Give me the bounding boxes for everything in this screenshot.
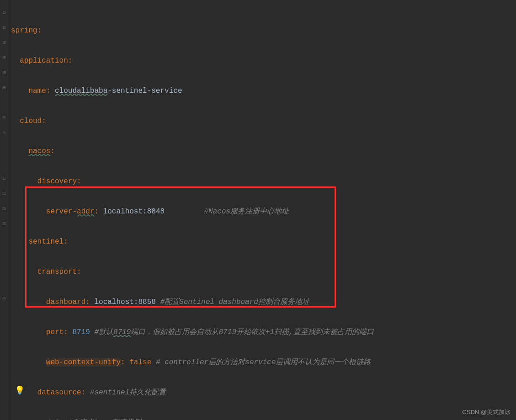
code-line[interactable]: port: 8719 #默认8719端口，假如被占用会自动从8719开始依次+1… <box>11 325 374 340</box>
yaml-key: spring <box>11 27 37 35</box>
fold-icon[interactable]: ⊟ <box>1 54 7 61</box>
fold-icon[interactable]: ⊟ <box>1 69 7 76</box>
yaml-value: localhost:8858 <box>94 298 155 306</box>
code-line[interactable]: spring: <box>11 23 374 38</box>
yaml-value: localhost:8848 <box>103 207 165 216</box>
code-line[interactable]: server-addr: localhost:8848 #Nacos服务注册中心… <box>11 204 374 219</box>
yaml-value: false <box>129 358 151 367</box>
yaml-value: -sentinel-service <box>107 87 182 95</box>
fold-icon[interactable]: ⊟ <box>1 24 7 31</box>
yaml-key: server- <box>46 207 77 216</box>
fold-icon[interactable]: ⊟ <box>1 130 7 136</box>
yaml-value: 8719 <box>72 328 90 336</box>
watermark: CSDN @美式加冰 <box>462 408 511 416</box>
yaml-key: transport <box>37 268 77 276</box>
yaml-comment: # controller层的方法对service层调用不认为是同一个根链路 <box>156 358 371 367</box>
code-line[interactable]: cloud: <box>11 114 374 129</box>
fold-icon[interactable]: ⊟ <box>1 115 7 121</box>
yaml-key: dashboard <box>46 298 85 306</box>
code-line[interactable]: web-context-unify: false # controller层的方… <box>11 355 374 370</box>
yaml-key: addr <box>77 207 94 216</box>
gutter: ⊟ ⊟ ⊟ ⊟ ⊟ ⊟ ⊟ ⊟ ⊟ ⊟ ⊟ ⊟ ⊟ <box>0 0 9 420</box>
yaml-comment: #默认 <box>94 328 113 336</box>
fold-icon[interactable]: ⊟ <box>1 39 7 46</box>
yaml-comment: #sentinel持久化配置 <box>90 388 166 397</box>
yaml-key: web-context-unify <box>46 358 121 367</box>
yaml-key: port <box>46 328 64 336</box>
yaml-key: nacos <box>28 147 50 155</box>
code-line[interactable]: transport: <box>11 265 374 280</box>
fold-icon[interactable]: ⊟ <box>1 175 7 181</box>
code-line[interactable]: name: cloudalibaba-sentinel-service <box>11 84 374 99</box>
fold-icon[interactable]: ⊟ <box>1 205 7 212</box>
code-line[interactable]: ds1: #自定义key 限流类型 <box>11 415 374 420</box>
yaml-key: cloud <box>20 117 42 125</box>
yaml-key: name <box>28 87 46 95</box>
yaml-key: application <box>20 57 68 65</box>
fold-icon[interactable]: ⊟ <box>1 220 7 227</box>
code-line[interactable]: sentinel: <box>11 234 374 250</box>
code-line[interactable]: discovery: <box>11 174 374 189</box>
yaml-comment: #配置Sentinel dashboard控制台服务地址 <box>160 298 309 306</box>
yaml-key: sentinel <box>28 238 64 246</box>
code-editor[interactable]: ⊟ ⊟ ⊟ ⊟ ⊟ ⊟ ⊟ ⊟ ⊟ ⊟ ⊟ ⊟ ⊟ spring: applic… <box>0 0 516 420</box>
lightbulb-icon[interactable]: 💡 <box>15 385 25 395</box>
fold-icon[interactable]: ⊟ <box>1 190 7 197</box>
code-line[interactable]: dashboard: localhost:8858 #配置Sentinel da… <box>11 295 374 310</box>
yaml-comment: 端口，假如被占用会自动从8719开始依次+1扫描,直至找到未被占用的端口 <box>131 328 373 336</box>
code-area[interactable]: spring: application: name: cloudalibaba-… <box>9 0 374 420</box>
fold-icon[interactable]: ⊟ <box>1 9 7 16</box>
yaml-key: discovery <box>37 177 77 186</box>
yaml-comment: #Nacos服务注册中心地址 <box>204 207 289 216</box>
code-line[interactable]: application: <box>11 53 374 69</box>
code-line[interactable]: nacos: <box>11 144 374 159</box>
fold-end-icon[interactable]: ⊟ <box>1 296 7 302</box>
code-line[interactable]: datasource: #sentinel持久化配置 <box>11 385 374 400</box>
yaml-key: datasource <box>37 388 81 397</box>
fold-icon[interactable]: ⊟ <box>1 85 7 91</box>
yaml-comment: 8719 <box>113 328 131 336</box>
yaml-value: cloudalibaba <box>55 87 107 95</box>
